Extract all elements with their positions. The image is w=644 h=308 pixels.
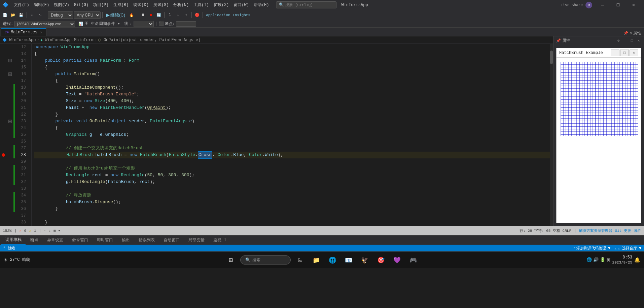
breadcrumb-namespace[interactable]: 🔷 WinFormsApp xyxy=(3,38,36,42)
scroll-thumb[interactable] xyxy=(550,51,553,64)
menu-extend[interactable]: 扩展(X) xyxy=(212,1,231,8)
process-select[interactable]: [36540] WinFormsApp.exe xyxy=(14,21,75,27)
event-label-text[interactable]: 图 生命周期事件 ▾ xyxy=(84,21,120,27)
minimize-btn[interactable]: — xyxy=(595,0,610,10)
filter-btn[interactable]: ⊞ ▾ xyxy=(53,228,60,233)
browser-btn[interactable]: 🦅 xyxy=(358,253,371,267)
ind-29 xyxy=(0,158,7,165)
lang-indicator[interactable]: 英 xyxy=(607,257,610,263)
cpu-dropdown[interactable]: Any CPU x86 x64 xyxy=(74,11,101,19)
vs-taskbar-btn[interactable]: 🎯 xyxy=(374,253,388,267)
stop-btn[interactable]: ⏹ xyxy=(147,11,154,19)
notification-btn[interactable]: 🔔 xyxy=(634,257,640,263)
menu-view[interactable]: 视图(V) xyxy=(52,1,71,8)
tab-locals[interactable]: 局部变量 xyxy=(184,236,209,245)
prop-max-btn[interactable]: □ xyxy=(629,38,635,43)
taskbar-search[interactable]: 🔍 搜索 xyxy=(240,255,291,265)
select-repo[interactable]: ☁ ☁ 选择合库 ▼ xyxy=(614,246,641,251)
attach-btn[interactable]: 🔥 xyxy=(128,11,135,19)
task-view-btn[interactable]: 🗂 xyxy=(293,253,307,267)
mail-btn[interactable]: 📧 xyxy=(342,253,355,267)
menu-build[interactable]: 生成(B) xyxy=(111,1,131,8)
rider-btn[interactable]: 💜 xyxy=(390,253,404,267)
menu-debug[interactable]: 调试(D) xyxy=(131,1,151,8)
menu-analyze[interactable]: 分析(N) xyxy=(171,1,191,8)
tab-close-btn[interactable]: ✕ xyxy=(39,30,43,35)
tray-network[interactable]: 🌐 xyxy=(586,257,592,263)
collapse-23[interactable]: − xyxy=(8,120,12,123)
breadcrumb-method[interactable]: ⬡ OnPaint(object sender, PaintEventArgs … xyxy=(98,38,201,42)
code-area[interactable]: namespace WinFormsApp { public partial c… xyxy=(32,44,550,226)
file-explorer-btn[interactable]: 📁 xyxy=(310,253,323,267)
breadcrumb-class[interactable]: ◆ WinFormsApp.MainForm xyxy=(40,38,93,42)
auto-hide-btn[interactable]: 📌 xyxy=(623,31,628,35)
tab-immediate[interactable]: 即时窗口 xyxy=(93,236,117,245)
vs-code-btn[interactable]: 🎮 xyxy=(406,253,420,267)
tab-breakpoints[interactable]: 断点 xyxy=(26,236,42,245)
restart-btn[interactable]: 🔄 xyxy=(155,11,163,19)
edge-btn[interactable]: 🌐 xyxy=(326,253,339,267)
menu-project[interactable]: 项目(P) xyxy=(91,1,111,8)
tab-command[interactable]: 命令窗口 xyxy=(68,236,92,245)
panel-settings-btn[interactable]: ⚙ xyxy=(630,31,632,35)
tab-watch1[interactable]: 监视 1 xyxy=(209,236,230,245)
ln-28: 28 xyxy=(15,152,29,158)
tray-speaker[interactable]: 🔊 xyxy=(593,257,599,263)
properties-link[interactable]: 属性 xyxy=(634,228,641,233)
add-to-source-control[interactable]: ↑ 添加到源代码管理 ▼ xyxy=(573,246,610,251)
zoom-level[interactable]: 152% xyxy=(3,229,11,233)
collapse-16[interactable]: − xyxy=(8,72,12,76)
undo-btn[interactable]: ↩ xyxy=(29,11,36,19)
collapse-14[interactable]: − xyxy=(8,59,12,62)
hatch-max-btn[interactable]: □ xyxy=(620,50,629,56)
git-changes-link[interactable]: Git 更改 xyxy=(615,228,631,233)
tab-mainform[interactable]: C# MainForm.cs ✕ xyxy=(1,28,46,36)
editor-body[interactable]: − − − xyxy=(0,44,553,226)
maximize-btn[interactable]: □ xyxy=(610,0,626,10)
menu-file[interactable]: 文件(F) xyxy=(12,1,31,8)
prop-min-btn[interactable]: — xyxy=(622,38,628,43)
ind-12 xyxy=(0,44,7,51)
breakpoints-btn[interactable]: 🔴 xyxy=(193,11,201,19)
thread-select[interactable] xyxy=(134,21,154,27)
nav-down[interactable]: ↓ xyxy=(49,229,51,233)
line-input[interactable] xyxy=(176,21,196,27)
menu-git[interactable]: Git(G) xyxy=(72,2,91,8)
vertical-scrollbar[interactable] xyxy=(550,44,553,226)
tray-battery[interactable]: 🔋 xyxy=(600,257,605,263)
hatch-close-btn[interactable]: × xyxy=(630,50,638,56)
title-bar: 🔷 文件(F) 编辑(E) 视图(V) Git(G) 项目(P) 生成(B) 调… xyxy=(0,0,644,10)
prop-close-btn[interactable]: ✕ xyxy=(636,38,641,43)
new-project-btn[interactable]: 📄 xyxy=(1,11,9,19)
redo-btn[interactable]: ↪ xyxy=(37,11,44,19)
open-btn[interactable]: 📂 xyxy=(9,11,17,19)
start-btn[interactable]: ⊞ xyxy=(224,253,238,267)
menu-edit[interactable]: 编辑(E) xyxy=(32,1,51,8)
menu-tools[interactable]: 工具(T) xyxy=(191,1,211,8)
menu-window[interactable]: 窗口(W) xyxy=(231,1,251,8)
solution-explorer-link[interactable]: 解决方案资源管理器 xyxy=(579,228,612,233)
tab-output[interactable]: 输出 xyxy=(118,236,134,245)
clock[interactable]: 8:53 2023/9/25 xyxy=(612,255,632,265)
app-insights-btn[interactable]: Application Insights xyxy=(205,13,252,17)
close-btn[interactable]: ✕ xyxy=(626,0,641,10)
tab-call-stack[interactable]: 调用堆栈 xyxy=(1,236,26,245)
prop-settings-btn[interactable]: ⚙ xyxy=(616,38,621,43)
step-over-btn[interactable]: ⤵ xyxy=(166,11,174,19)
menu-help[interactable]: 帮助(H) xyxy=(252,1,271,8)
continue-btn[interactable]: ▶ 继续(C) xyxy=(104,11,127,19)
hatch-min-btn[interactable]: — xyxy=(611,50,619,56)
breakpoint-28[interactable] xyxy=(2,153,5,157)
tab-autos[interactable]: 自动窗口 xyxy=(159,236,184,245)
pause-btn[interactable]: ⏸ xyxy=(139,11,146,19)
step-out-btn[interactable]: ⬆ xyxy=(182,11,190,19)
live-share-btn[interactable]: Live Share xyxy=(561,3,583,7)
search-box[interactable]: 🔍 搜索 (Ctrl+Q) xyxy=(276,1,336,8)
tab-errors[interactable]: 错误列表 xyxy=(135,236,159,245)
step-into-btn[interactable]: ⬇ xyxy=(174,11,182,19)
debug-config-dropdown[interactable]: Debug Release xyxy=(48,11,73,19)
save-btn[interactable]: 💾 xyxy=(17,11,25,19)
nav-up[interactable]: ↑ xyxy=(44,229,46,233)
menu-test[interactable]: 测试(S) xyxy=(151,1,171,8)
tab-exceptions[interactable]: 异常设置 xyxy=(43,236,67,245)
